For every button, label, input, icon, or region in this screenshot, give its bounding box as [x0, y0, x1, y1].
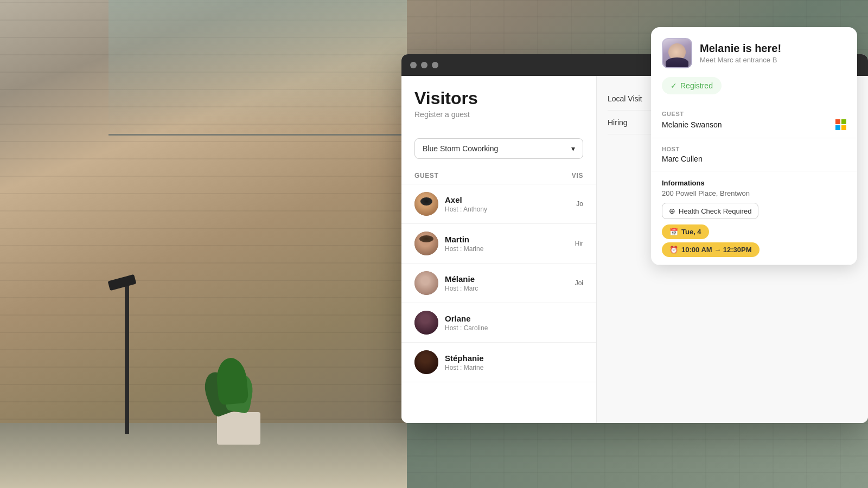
person-background: [0, 0, 407, 488]
notification-text: Melanie is here! Meet Marc at entrance B: [700, 42, 781, 64]
guest-section: Guest Melanie Swanson: [651, 103, 857, 138]
ms-square-blue: [835, 125, 840, 130]
visitor-name-orlane: Orlane: [445, 314, 551, 323]
visitor-info-melanie: Mélanie Host : Marc: [445, 274, 551, 292]
notification-title: Melanie is here!: [700, 42, 781, 55]
notification-header: Melanie is here! Meet Marc at entrance B: [651, 27, 857, 77]
location-dropdown-value: Blue Storm Coworking: [423, 144, 498, 153]
visitor-info-axel: Axel Host : Anthony: [445, 195, 551, 213]
location-dropdown[interactable]: Blue Storm Coworking ▾: [414, 138, 583, 159]
visitor-row-axel[interactable]: Axel Host : Anthony Jo: [401, 184, 596, 224]
avatar-stephanie: [414, 350, 438, 374]
registered-label: Registred: [680, 81, 713, 90]
visitor-host-martin: Host : Marine: [445, 245, 551, 253]
time-text: 10:00 AM → 12:30PM: [681, 246, 752, 254]
visitors-panel: Visitors Register a guest Blue Storm Cow…: [401, 76, 597, 423]
visitor-type-melanie: Joi: [551, 279, 583, 287]
health-check-icon: ⊕: [669, 207, 675, 215]
visitor-row-martin[interactable]: Martin Host : Marine Hir: [401, 224, 596, 264]
visitor-type-martin: Hir: [551, 240, 583, 247]
th-visit: Vis: [540, 172, 583, 179]
chevron-down-icon: ▾: [571, 144, 575, 153]
host-name: Marc Cullen: [662, 155, 846, 163]
check-icon: ✓: [671, 81, 677, 90]
avatar-axel: [414, 192, 438, 216]
notification-card: Melanie is here! Meet Marc at entrance B…: [651, 27, 857, 265]
guest-name: Melanie Swanson: [662, 120, 722, 129]
visitor-name-stephanie: Stéphanie: [445, 354, 551, 363]
visitor-row-orlane[interactable]: Orlane Host : Caroline: [401, 303, 596, 343]
visitor-host-melanie: Host : Marc: [445, 285, 551, 292]
health-check-text: Health Check Required: [679, 207, 751, 215]
ms-square-red: [835, 119, 840, 124]
visitor-info-orlane: Orlane Host : Caroline: [445, 314, 551, 332]
avatar-melanie: [414, 271, 438, 295]
health-check-badge: ⊕ Health Check Required: [662, 203, 758, 219]
registered-badge: ✓ Registred: [662, 77, 722, 94]
visitor-host-axel: Host : Anthony: [445, 206, 551, 213]
info-address: 200 Powell Place, Brentwon: [662, 189, 846, 197]
visitor-type-axel: Jo: [551, 200, 583, 208]
window-dot-3: [432, 62, 438, 68]
info-section: Informations 200 Powell Place, Brentwon …: [651, 171, 857, 265]
info-title: Informations: [662, 179, 846, 187]
date-text: Tue, 4: [681, 228, 701, 236]
window-dot-2: [421, 62, 427, 68]
notification-subtitle: Meet Marc at entrance B: [700, 56, 781, 64]
visitor-host-stephanie: Host : Marine: [445, 364, 551, 371]
guest-label: Guest: [662, 111, 846, 117]
table-header: Guest Vis: [401, 168, 596, 184]
visitor-row-melanie[interactable]: Mélanie Host : Marc Joi: [401, 264, 596, 303]
visitor-info-stephanie: Stéphanie Host : Marine: [445, 354, 551, 371]
time-badge: ⏰ 10:00 AM → 12:30PM: [662, 242, 760, 257]
host-section: Host Marc Cullen: [651, 138, 857, 171]
th-guest: Guest: [414, 172, 540, 179]
visitor-host-orlane: Host : Caroline: [445, 324, 551, 332]
date-badge: 📅 Tue, 4: [662, 224, 709, 239]
visitors-subtitle: Register a guest: [414, 110, 583, 119]
visitor-name-martin: Martin: [445, 235, 551, 244]
clock-icon: ⏰: [669, 246, 678, 254]
visitor-name-axel: Axel: [445, 195, 551, 204]
ms-square-yellow: [841, 125, 846, 130]
visitor-name-melanie: Mélanie: [445, 274, 551, 284]
visitor-info-martin: Martin Host : Marine: [445, 235, 551, 253]
visitors-title: Visitors: [414, 89, 583, 108]
notification-avatar: [662, 38, 692, 68]
visitor-row-stephanie[interactable]: Stéphanie Host : Marine: [401, 343, 596, 382]
avatar-orlane: [414, 311, 438, 335]
microsoft-logo: [835, 119, 846, 130]
host-label: Host: [662, 146, 846, 152]
visitors-header: Visitors Register a guest: [401, 89, 596, 130]
avatar-martin: [414, 232, 438, 255]
ms-square-green: [841, 119, 846, 124]
calendar-icon: 📅: [669, 228, 678, 236]
window-dot-1: [410, 62, 417, 68]
